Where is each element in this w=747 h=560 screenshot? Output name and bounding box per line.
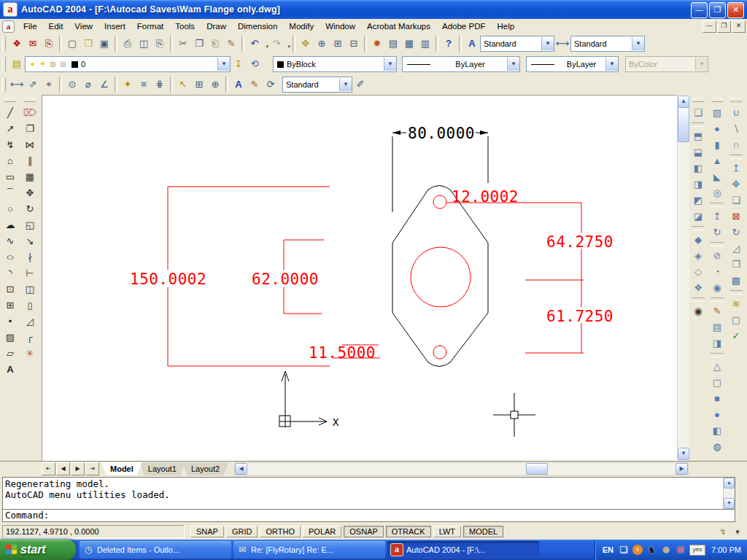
shell-icon[interactable]: ▢ [728, 312, 744, 328]
dim-style-icon[interactable]: ⟷ [554, 36, 570, 52]
scroll-up-icon[interactable]: ▲ [678, 96, 689, 108]
rotate-icon[interactable]: ↻ [22, 201, 38, 217]
spline-icon[interactable]: ∿ [2, 233, 18, 249]
chevron-down-icon[interactable]: ▾ [605, 58, 618, 71]
nw-isometric-icon[interactable]: ❖ [690, 280, 706, 296]
chevron-down-icon[interactable]: ▾ [384, 58, 396, 71]
diameter-dimension-icon[interactable]: ⌀ [80, 77, 96, 93]
menu-insert[interactable]: Insert [98, 19, 131, 34]
continue-dimension-icon[interactable]: ⋕ [152, 77, 168, 93]
point-icon[interactable]: • [2, 314, 18, 330]
clean-icon[interactable]: ≋ [728, 296, 744, 312]
chevron-down-icon[interactable]: ▾ [217, 58, 230, 71]
menu-help[interactable]: Help [491, 19, 520, 34]
no-connection-icon[interactable]: ⊠ [675, 544, 686, 556]
copy-object-icon[interactable]: ❐ [22, 121, 38, 137]
region-icon[interactable]: ▱ [2, 346, 18, 362]
construction-line-icon[interactable]: ↗ [2, 121, 18, 137]
menu-window[interactable]: Window [320, 19, 361, 34]
menu-dimension[interactable]: Dimension [232, 19, 283, 34]
text-style-icon[interactable]: A [464, 36, 480, 52]
text-style-combo[interactable]: Standard ▾ [480, 36, 554, 52]
mirror-icon[interactable]: ⋈ [22, 137, 38, 153]
ellipse-arc-icon[interactable]: ◝ [2, 265, 18, 281]
dim-text-61[interactable]: 61.7250 [546, 308, 614, 325]
zoom-realtime-icon[interactable]: ⊕ [314, 36, 330, 52]
bottom-view-icon[interactable]: ⬓ [690, 144, 706, 160]
union-icon[interactable]: ∪ [728, 105, 744, 121]
gouraud-edges-icon[interactable]: ◍ [709, 439, 725, 455]
properties-icon[interactable]: ▤ [385, 36, 401, 52]
line-icon[interactable]: ╱ [2, 105, 18, 121]
toggle-ortho[interactable]: ORTHO [260, 526, 301, 537]
chamfer-icon[interactable]: ◿ [22, 314, 38, 330]
array-icon[interactable]: ▦ [22, 169, 38, 185]
dimension-update-icon[interactable]: ⟳ [263, 77, 279, 93]
move-faces-icon[interactable]: ✥ [728, 176, 744, 192]
tab-model[interactable]: Model [101, 462, 142, 475]
designcenter-icon[interactable]: ▦ [401, 36, 417, 52]
dim-text-80[interactable]: 80.0000 [408, 125, 475, 142]
command-box[interactable]: Regenerating model.AutoCAD menu utilitie… [2, 477, 735, 522]
chevron-down-icon[interactable]: ▾ [632, 37, 644, 50]
chevron-down-icon[interactable]: ▾ [541, 37, 554, 50]
copy-icon[interactable]: ❐ [191, 36, 207, 52]
ordinate-dimension-icon[interactable]: ⌖ [41, 77, 57, 93]
left-view-icon[interactable]: ◧ [690, 160, 706, 176]
dim-text-64[interactable]: 64.2750 [546, 233, 614, 251]
flange-outline[interactable] [392, 186, 488, 367]
ne-isometric-icon[interactable]: ◇ [690, 264, 706, 280]
drawing-canvas[interactable]: 80.0000 [42, 95, 677, 462]
scroll-left-icon[interactable]: ◀ [235, 463, 247, 475]
publish-icon[interactable]: ⎘ [152, 36, 168, 52]
toolbar-grip[interactable] [24, 98, 36, 102]
color-combo[interactable]: ByBlock ▾ [273, 56, 397, 72]
copy-faces-icon[interactable]: ❐ [728, 257, 744, 273]
tab-layout1[interactable]: Layout1 [139, 462, 185, 475]
flat-edges-icon[interactable]: ◧ [709, 423, 725, 439]
break-at-point-icon[interactable]: ◫ [22, 281, 38, 298]
command-scrollbar[interactable]: ▲ ▼ [723, 478, 735, 509]
interfere-icon[interactable]: ◉ [709, 280, 725, 296]
toolbar-grip[interactable] [4, 98, 16, 102]
center-mark-icon[interactable]: ⊕ [207, 77, 223, 93]
toggle-snap[interactable]: SNAP [190, 526, 224, 537]
first-tab-icon[interactable]: ⇤ [42, 462, 55, 475]
color-faces-icon[interactable]: ▩ [728, 273, 744, 289]
rectangle-icon[interactable]: ▭ [2, 169, 18, 185]
toggle-grid[interactable]: GRID [226, 526, 258, 537]
radius-dimension-icon[interactable]: ⊙ [64, 77, 80, 93]
circle-icon[interactable]: ○ [2, 201, 18, 217]
delete-faces-icon[interactable]: ⊠ [728, 209, 744, 225]
edit-solid-icon[interactable]: ✎ [709, 303, 725, 319]
dual-display-icon[interactable]: ❏ [618, 544, 630, 556]
setup-view-icon[interactable]: ◨ [709, 335, 725, 351]
slice-icon[interactable]: ⊘ [709, 248, 725, 264]
make-block-icon[interactable]: ⊞ [2, 298, 18, 314]
extrude-icon[interactable]: ↥ [709, 209, 725, 225]
dim-text-62[interactable]: 62.0000 [252, 271, 319, 288]
flange-holes[interactable] [411, 195, 471, 359]
menu-draw[interactable]: Draw [201, 19, 232, 34]
quick-dimension-icon[interactable]: ✦ [120, 77, 136, 93]
dog-search-icon[interactable]: ♞ [646, 544, 657, 556]
offset-faces-icon[interactable]: ❏ [728, 192, 744, 209]
top-view-icon[interactable]: ⬒ [690, 128, 706, 144]
dimension-text-edit-icon[interactable]: ✎ [247, 77, 263, 93]
zoom-previous-icon[interactable]: ⊟ [346, 36, 362, 52]
cylinder-icon[interactable]: ▮ [709, 137, 725, 153]
linetype-combo[interactable]: ByLayer ▾ [402, 56, 520, 72]
toggle-polar[interactable]: POLAR [303, 526, 341, 537]
mdi-minimize-button[interactable]: — [703, 20, 716, 33]
layer-lock-icon[interactable]: ◍ [48, 58, 58, 70]
move-icon[interactable]: ✥ [22, 185, 38, 201]
scroll-up-icon[interactable]: ▲ [724, 478, 735, 489]
yes-badge-icon[interactable]: yes [689, 545, 705, 556]
new-file-icon[interactable]: ▢ [64, 36, 80, 52]
close-button[interactable]: ✕ [727, 2, 744, 18]
subtract-icon[interactable]: ∖ [728, 121, 744, 137]
hidden-view-icon[interactable]: ▢ [709, 375, 725, 391]
open-file-icon[interactable]: ❒ [80, 36, 96, 52]
convert-to-pdf-email-icon[interactable]: ✉ [25, 36, 41, 52]
layers-icon[interactable]: ▤ [9, 56, 25, 72]
